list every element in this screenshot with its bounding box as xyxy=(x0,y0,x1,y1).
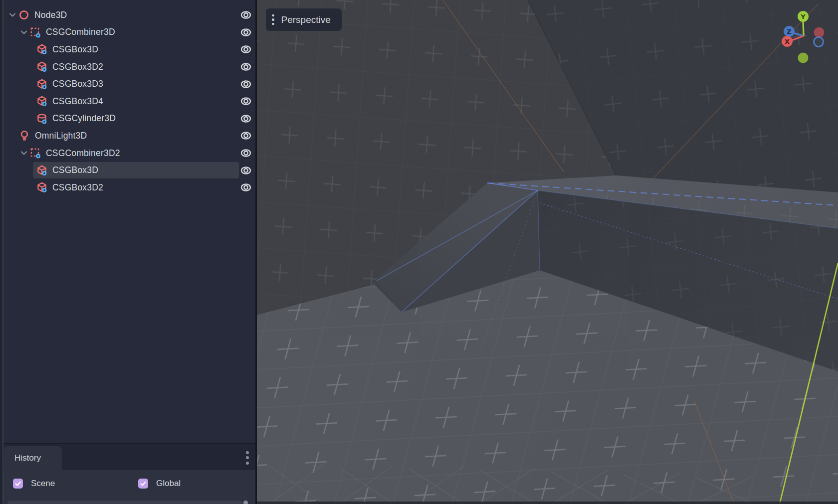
gizmo-neg-z-ball[interactable] xyxy=(814,37,824,47)
node-label: CSGCylinder3D xyxy=(52,113,116,124)
history-list-item[interactable] xyxy=(7,501,243,504)
visibility-eye-button[interactable] xyxy=(239,9,253,21)
csg-box-icon xyxy=(36,165,48,176)
csg-box-icon xyxy=(36,181,48,193)
visibility-eye-button[interactable] xyxy=(239,165,253,176)
node-label: CSGBox3D3 xyxy=(52,79,103,89)
visibility-eye-button[interactable] xyxy=(239,113,253,125)
gizmo-x-ball[interactable]: X xyxy=(782,36,793,47)
global-checkbox[interactable]: Global xyxy=(138,479,181,489)
svg-text:Z: Z xyxy=(787,28,791,35)
chevron-down-icon[interactable] xyxy=(18,28,29,37)
gizmo-z-ball[interactable]: Z xyxy=(784,26,795,37)
scene-tree-row[interactable]: CSGCombiner3D2 xyxy=(3,145,255,162)
chevron-down-icon[interactable] xyxy=(18,149,29,158)
gizmo-neg-x-ball[interactable] xyxy=(814,27,825,38)
visibility-eye-button[interactable] xyxy=(239,181,253,193)
scene-tree-row[interactable]: CSGCombiner3D xyxy=(3,24,255,41)
visibility-eye-button[interactable] xyxy=(239,61,253,73)
scene-checkbox[interactable]: Scene xyxy=(13,479,55,489)
perspective-menu-button[interactable]: Perspective xyxy=(266,8,342,31)
node-label: CSGCombiner3D2 xyxy=(46,148,120,159)
bottom-tab-strip: History xyxy=(3,444,255,470)
panel-menu-icon[interactable] xyxy=(242,449,252,466)
svg-text:X: X xyxy=(785,38,790,45)
node-label: CSGBox3D2 xyxy=(52,182,103,193)
scene-tree-row[interactable]: CSGBox3D3 xyxy=(3,75,255,93)
csg-box-icon xyxy=(36,43,48,55)
csg-combiner-icon xyxy=(29,26,41,38)
scene-checkbox-label: Scene xyxy=(31,479,55,489)
node-label: Node3D xyxy=(34,10,67,20)
svg-text:Y: Y xyxy=(800,13,806,20)
tab-history[interactable]: History xyxy=(4,446,62,470)
scene-tree-row[interactable]: CSGBox3D xyxy=(3,41,255,58)
checkbox-checked-icon xyxy=(138,479,148,489)
scene-tree-row[interactable]: OmniLight3D xyxy=(3,127,255,145)
scene-tree-row[interactable]: CSGBox3D xyxy=(3,162,255,179)
history-panel: Scene Global xyxy=(3,470,255,504)
node-label: CSGBox3D xyxy=(52,165,98,175)
visibility-eye-button[interactable] xyxy=(239,78,253,90)
visibility-eye-button[interactable] xyxy=(239,26,253,38)
scene-tree-row[interactable]: CSGBox3D2 xyxy=(3,58,255,76)
viewport-menu-dots-icon xyxy=(272,14,274,25)
csg-box-icon xyxy=(36,78,48,90)
gizmo-neg-y-ball[interactable] xyxy=(798,53,809,63)
global-checkbox-label: Global xyxy=(156,479,181,489)
gizmo-y-ball[interactable]: Y xyxy=(798,11,809,22)
scene-tree-row[interactable]: Node3D xyxy=(3,6,255,24)
scene-tree-row[interactable]: CSGBox3D2 xyxy=(3,179,255,196)
csg-box-icon xyxy=(36,95,48,107)
visibility-eye-button[interactable] xyxy=(239,147,253,159)
node3d-icon xyxy=(18,9,30,21)
node-label: CSGCombiner3D xyxy=(46,27,115,37)
visibility-eye-button[interactable] xyxy=(239,95,253,107)
node-label: CSGBox3D4 xyxy=(52,96,103,107)
projection-label: Perspective xyxy=(281,14,331,25)
node-label: OmniLight3D xyxy=(35,131,87,141)
csg-combiner-icon xyxy=(29,147,41,159)
chevron-down-icon[interactable] xyxy=(7,10,18,19)
viewport-bottom-edge xyxy=(257,502,838,504)
node-label: CSGBox3D xyxy=(52,44,98,55)
dock-right-border xyxy=(255,0,257,504)
scene-tree-row[interactable]: CSGCylinder3D xyxy=(3,110,255,128)
godot-editor-window: Z X Y Perspective Node3DCSGCombiner3DCSG… xyxy=(0,0,838,504)
checkbox-checked-icon xyxy=(13,479,23,489)
csg-box-icon xyxy=(36,61,48,73)
node-label: CSGBox3D2 xyxy=(52,62,103,72)
scene-tree: Node3DCSGCombiner3DCSGBox3DCSGBox3D2CSGB… xyxy=(3,6,255,196)
csg-cylinder-icon xyxy=(36,113,48,125)
scrollbar-thumb[interactable] xyxy=(243,501,248,504)
omni-light-icon xyxy=(18,130,30,142)
viewport-scene: Z X Y xyxy=(257,0,838,504)
visibility-eye-button[interactable] xyxy=(239,43,253,55)
visibility-eye-button[interactable] xyxy=(239,130,253,142)
viewport-3d[interactable]: Z X Y Perspective xyxy=(257,0,838,504)
tab-history-label: History xyxy=(14,453,41,463)
scene-tree-row[interactable]: CSGBox3D4 xyxy=(3,93,255,110)
scene-dock: Node3DCSGCombiner3DCSGBox3DCSGBox3D2CSGB… xyxy=(0,0,257,504)
